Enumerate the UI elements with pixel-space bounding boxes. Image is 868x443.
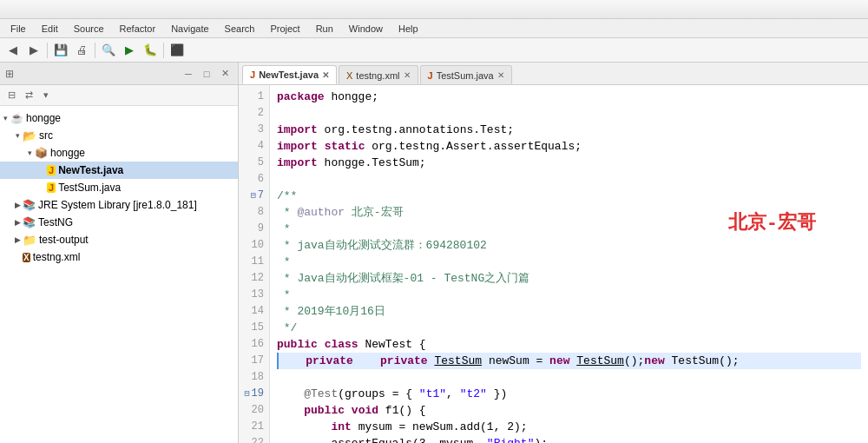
toolbar-save[interactable]: 💾: [51, 41, 70, 60]
tab-close-button[interactable]: ✕: [497, 70, 504, 80]
sidebar-minimize[interactable]: ─: [181, 66, 196, 82]
titlebar: [0, 0, 868, 19]
line-number-4: 4: [244, 138, 264, 155]
code-line-17: private private TestSum newSum = new Tes…: [277, 353, 861, 369]
code-line-16: public class NewTest {: [277, 336, 861, 353]
package-explorer-icon: ⊞: [5, 68, 14, 80]
code-editor[interactable]: 123456⊟789101112131415161718⊟19202122232…: [239, 85, 868, 443]
line-number-8: 8: [244, 204, 264, 221]
line-number-12: 12: [244, 270, 264, 287]
tree-item-JRE-System-Library-jre180_181[interactable]: ▶📚JRE System Library [jre1.8.0_181]: [0, 196, 238, 214]
line-number-13: 13: [244, 287, 264, 303]
tree-item-TestSumjava[interactable]: JTestSum.java: [0, 179, 238, 196]
watermark: 北京-宏哥: [728, 215, 816, 232]
folder-icon: 📂: [23, 129, 36, 142]
line-number-15: 15: [244, 320, 264, 336]
tab-label: TestSum.java: [437, 70, 494, 81]
code-line-5: import hongge.TestSum;: [277, 155, 861, 171]
line-numbers: 123456⊟789101112131415161718⊟19202122232…: [239, 85, 270, 443]
editor-area: JNewTest.java✕Xtestng.xml✕JTestSum.java✕…: [239, 63, 868, 443]
code-line-18: [277, 369, 861, 386]
line-number-14: 14: [244, 303, 264, 320]
code-line-12: * Java自动化测试框架-01 - TestNG之入门篇: [277, 270, 861, 287]
view-menu[interactable]: ▾: [38, 88, 54, 103]
java-file-icon: J: [47, 182, 56, 193]
code-line-22: assertEquals(3, mysum, "Right");: [277, 435, 861, 443]
library-icon: 📚: [23, 216, 36, 228]
toolbar-print[interactable]: 🖨: [72, 41, 91, 60]
line-number-21: 21: [244, 419, 264, 435]
tree-item-NewTestjava[interactable]: JNewTest.java: [0, 162, 238, 179]
menu-item-edit[interactable]: Edit: [35, 22, 65, 36]
tree-item-testngxml[interactable]: Xtestng.xml: [0, 248, 238, 266]
menu-item-window[interactable]: Window: [342, 22, 390, 36]
toolbar-search[interactable]: 🔍: [99, 41, 118, 60]
line-number-1: 1: [244, 89, 264, 105]
code-line-2: [277, 105, 861, 122]
tab-NewTest_java[interactable]: JNewTest.java✕: [242, 65, 337, 84]
link-with-editor[interactable]: ⇄: [21, 88, 36, 103]
line-number-5: 5: [244, 155, 264, 171]
menu-item-project[interactable]: Project: [263, 22, 306, 36]
menu-item-navigate[interactable]: Navigate: [164, 22, 215, 36]
xml-tab-icon: X: [346, 70, 352, 81]
sidebar-toolbar: ⊟ ⇄ ▾: [0, 85, 238, 106]
menu-item-refactor[interactable]: Refactor: [113, 22, 163, 36]
sidebar-header: ⊞ ─ □ ✕: [0, 63, 238, 85]
line-number-16: 16: [244, 336, 264, 353]
tree-item-test-output[interactable]: ▶📁test-output: [0, 231, 238, 248]
toolbar-run[interactable]: ▶: [120, 41, 139, 60]
toolbar-sep-1: [47, 43, 48, 58]
menu-item-source[interactable]: Source: [67, 22, 111, 36]
toolbar: ◀ ▶ 💾 🖨 🔍 ▶ 🐛 ⬛: [0, 38, 868, 63]
java-tab-icon: J: [250, 69, 255, 80]
line-number-2: 2: [244, 105, 264, 122]
java-tab-icon: J: [428, 70, 433, 81]
tree-item-hongge[interactable]: ▾☕hongge: [0, 109, 238, 127]
sidebar-close[interactable]: ✕: [217, 66, 233, 82]
menu-item-file[interactable]: File: [3, 22, 33, 36]
line-number-22: 22: [244, 435, 264, 443]
tree-item-src[interactable]: ▾📂src: [0, 127, 238, 144]
package-icon: 📦: [35, 147, 48, 159]
collapse-all[interactable]: ⊟: [3, 88, 19, 103]
library-icon: 📚: [23, 199, 36, 211]
line-number-7: ⊟7: [244, 188, 264, 204]
tab-testng_xml[interactable]: Xtestng.xml✕: [339, 65, 418, 84]
toolbar-sep-3: [163, 43, 164, 58]
tab-TestSum_java[interactable]: JTestSum.java✕: [420, 65, 512, 84]
sidebar: ⊞ ─ □ ✕ ⊟ ⇄ ▾ ▾☕hongge▾📂src▾📦hongge JNew…: [0, 63, 239, 443]
toolbar-back[interactable]: ◀: [3, 41, 23, 60]
menu-item-search[interactable]: Search: [218, 22, 262, 36]
menu-item-help[interactable]: Help: [391, 22, 425, 36]
tab-label: NewTest.java: [259, 69, 319, 80]
code-line-4: import static org.testng.Assert.assertEq…: [277, 138, 861, 155]
toolbar-debug[interactable]: 🐛: [141, 41, 160, 60]
line-number-17: 17: [244, 353, 264, 369]
menubar: FileEditSourceRefactorNavigateSearchProj…: [0, 19, 868, 38]
code-line-15: */: [277, 320, 861, 336]
toolbar-perspective[interactable]: ⬛: [168, 41, 187, 60]
code-line-14: * 2019年10月16日: [277, 303, 861, 320]
tree-item-TestNG[interactable]: ▶📚TestNG: [0, 214, 238, 231]
tab-label: testng.xml: [356, 70, 399, 81]
code-line-11: *: [277, 254, 861, 270]
tab-close-button[interactable]: ✕: [322, 70, 329, 80]
line-number-11: 11: [244, 254, 264, 270]
code-line-13: *: [277, 287, 861, 303]
toolbar-forward[interactable]: ▶: [24, 41, 43, 60]
line-number-19: ⊟19: [244, 386, 264, 402]
code-line-21: int mysum = newSum.add(1, 2);: [277, 419, 861, 435]
code-line-19: @Test(groups = { "t1", "t2" }): [277, 386, 861, 402]
xml-file-icon: X: [23, 253, 30, 262]
line-number-10: 10: [244, 237, 264, 254]
editor-tabs: JNewTest.java✕Xtestng.xml✕JTestSum.java✕: [239, 63, 868, 85]
menu-item-run[interactable]: Run: [309, 22, 340, 36]
code-line-7: /**: [277, 188, 861, 204]
tree-item-hongge[interactable]: ▾📦hongge: [0, 144, 238, 162]
code-line-3: import org.testng.annotations.Test;: [277, 122, 861, 138]
line-number-3: 3: [244, 122, 264, 138]
code-content[interactable]: 北京-宏哥 package hongge;import org.testng.a…: [270, 85, 868, 443]
sidebar-maximize[interactable]: □: [199, 66, 214, 82]
tab-close-button[interactable]: ✕: [404, 70, 411, 80]
